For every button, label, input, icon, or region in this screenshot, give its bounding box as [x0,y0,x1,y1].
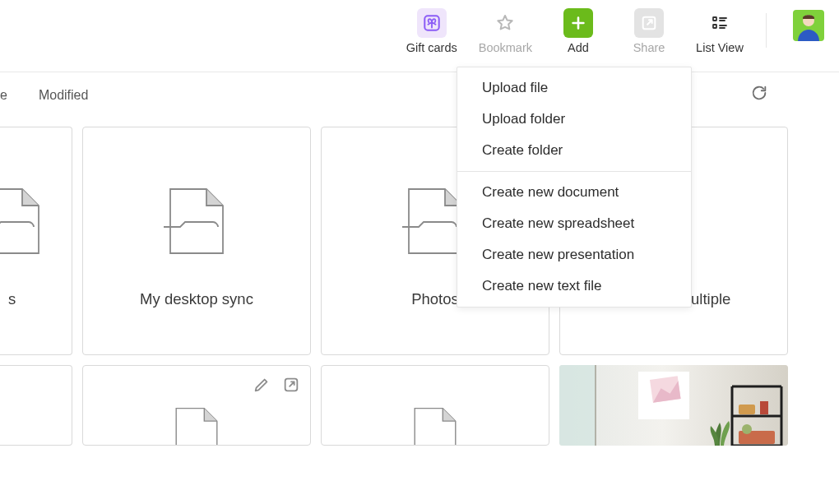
refresh-button[interactable] [750,84,768,105]
menu-create-document[interactable]: Create new document [457,177,691,208]
add-menu: Upload file Upload folder Create folder … [457,67,692,307]
folder-label: My desktop sync [83,290,310,308]
topbar-divider [766,13,767,48]
menu-create-spreadsheet[interactable]: Create new spreadsheet [457,208,691,239]
folder-file-icon [164,187,229,265]
menu-create-presentation[interactable]: Create new presentation [457,239,691,270]
bookmark-button[interactable]: Bookmark [479,8,532,54]
folder-card[interactable]: s [0,127,72,355]
menu-create-folder[interactable]: Create folder [457,135,691,166]
svg-rect-2 [713,17,716,21]
share-label: Share [633,41,665,54]
folder-card[interactable] [82,365,311,446]
folder-grid: s My desktop sync Photos [0,127,839,355]
svg-point-24 [742,424,752,434]
folder-card[interactable]: My desktop sync [82,127,311,355]
menu-create-text-file[interactable]: Create new text file [457,270,691,302]
listview-icon [705,8,735,38]
giftcards-button[interactable]: Gift cards [406,8,457,54]
add-button[interactable]: Add [554,8,603,54]
plus-icon [563,8,593,38]
rename-icon[interactable] [253,376,271,397]
folder-card[interactable] [321,365,549,446]
file-icon [410,407,461,446]
add-menu-upload-section: Upload file Upload folder Create folder [457,67,691,171]
folder-card[interactable] [0,365,72,446]
add-label: Add [568,41,589,54]
svg-rect-11 [559,365,596,446]
image-card[interactable] [559,365,788,446]
share-icon [634,8,664,38]
share-icon[interactable] [282,376,300,397]
share-button[interactable]: Share [624,8,674,54]
topbar: Gift cards Bookmark Add [0,0,839,72]
avatar[interactable] [793,10,824,41]
folder-file-icon [0,187,45,265]
folder-grid-row2 [0,365,839,446]
filter-tab-partial[interactable]: e [0,73,17,118]
filter-tab-modified[interactable]: Modified [29,73,98,118]
listview-label: List View [696,41,744,54]
star-icon [490,8,520,38]
file-icon [171,407,222,446]
filter-row: e Modified [0,72,839,118]
menu-upload-file[interactable]: Upload file [457,72,691,104]
svg-rect-21 [739,405,755,414]
top-actions: Gift cards Bookmark Add [406,8,824,54]
svg-rect-3 [713,25,716,28]
bookmark-label: Bookmark [479,41,532,54]
giftcard-icon [417,8,447,38]
add-menu-create-section: Create new document Create new spreadshe… [457,171,691,307]
giftcards-label: Gift cards [406,41,457,54]
menu-upload-folder[interactable]: Upload folder [457,104,691,135]
folder-label: s [0,290,72,308]
room-thumbnail [559,365,788,446]
listview-button[interactable]: List View [695,8,744,54]
svg-rect-22 [760,401,768,414]
